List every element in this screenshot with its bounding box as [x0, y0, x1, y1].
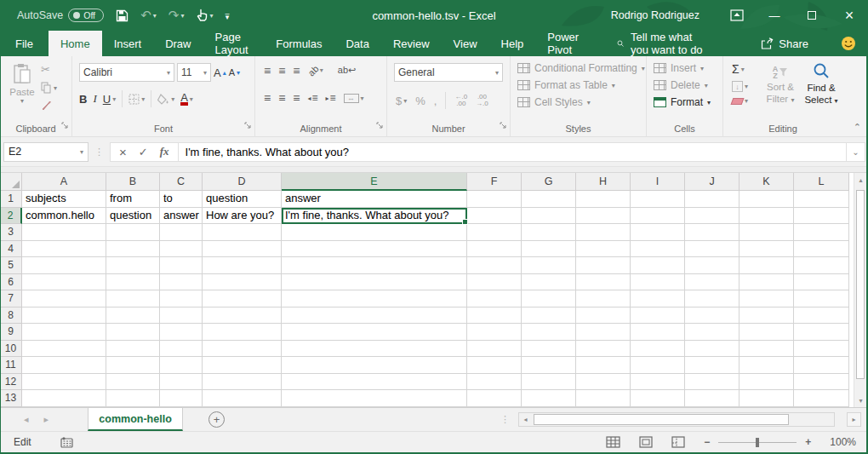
cell-F4[interactable]	[467, 241, 522, 258]
format-cells-button[interactable]: Format ▾	[654, 96, 711, 108]
scroll-up-icon[interactable]: ▴	[854, 173, 867, 187]
cell-J6[interactable]	[685, 274, 740, 291]
row-header-10[interactable]: 10	[0, 341, 22, 358]
zoom-level[interactable]: 100%	[830, 436, 856, 448]
borders-dropdown-icon[interactable]: ▾	[141, 95, 145, 103]
tab-home[interactable]: Home	[49, 31, 102, 56]
number-format-select[interactable]: General ▾	[394, 63, 503, 82]
tab-review[interactable]: Review	[381, 31, 442, 56]
cell-A4[interactable]	[22, 241, 106, 258]
format-painter-button[interactable]	[41, 100, 52, 111]
cell-F11[interactable]	[467, 357, 522, 374]
cell-E6[interactable]	[282, 274, 467, 291]
tab-file[interactable]: File	[0, 31, 49, 56]
cell-E7[interactable]	[282, 290, 467, 307]
expand-formula-bar-button[interactable]: ⌄	[847, 142, 865, 162]
tell-me-search[interactable]: Tell me what you want to do	[617, 31, 710, 56]
underline-dropdown-icon[interactable]: ▾	[112, 95, 116, 103]
cell-styles-button[interactable]: Cell Styles ▾	[517, 96, 645, 108]
tab-scroll-split-handle[interactable]: ⋮	[500, 414, 518, 425]
cell-G2[interactable]	[522, 208, 576, 225]
maximize-button[interactable]	[793, 0, 831, 31]
sheet-tab-common-hello[interactable]: common-hello	[88, 408, 183, 431]
sheet-prev-button[interactable]: ◂	[24, 414, 29, 425]
cell-J2[interactable]	[685, 208, 740, 225]
cell-L8[interactable]	[794, 307, 849, 325]
undo-button[interactable]: ↶▾	[140, 8, 157, 23]
cell-J4[interactable]	[685, 241, 740, 258]
horizontal-scroll-thumb[interactable]	[534, 414, 789, 425]
cell-D9[interactable]	[203, 324, 282, 341]
cell-C1[interactable]: to	[160, 191, 203, 208]
underline-button[interactable]: U▾	[103, 93, 116, 106]
cell-L7[interactable]	[794, 290, 849, 307]
new-sheet-button[interactable]: +	[208, 411, 225, 428]
cell-H2[interactable]	[576, 208, 631, 225]
cell-I1[interactable]	[631, 191, 685, 208]
row-header-1[interactable]: 1	[0, 191, 22, 208]
cell-L9[interactable]	[794, 324, 849, 341]
scroll-left-icon[interactable]: ◂	[519, 416, 532, 423]
collapse-ribbon-button[interactable]: ⌃	[854, 122, 861, 133]
cell-H13[interactable]	[576, 390, 631, 407]
cell-C5[interactable]	[160, 257, 203, 274]
tab-page-layout[interactable]: Page Layout	[203, 31, 265, 56]
copy-dropdown-icon[interactable]: ▾	[54, 84, 57, 92]
increase-font-size-button[interactable]: A▴	[214, 66, 226, 79]
touch-mode-dropdown-icon[interactable]: ▾	[209, 12, 213, 20]
cell-K5[interactable]	[740, 257, 794, 274]
clear-button[interactable]: ▾	[732, 97, 748, 105]
zoom-slider[interactable]	[718, 437, 797, 447]
merge-center-button[interactable]: ↔▾	[344, 94, 364, 103]
cell-D1[interactable]: question	[203, 191, 282, 208]
cell-F1[interactable]	[467, 191, 522, 208]
cell-L11[interactable]	[794, 357, 849, 374]
cell-K13[interactable]	[740, 390, 794, 407]
row-header-9[interactable]: 9	[0, 324, 22, 341]
column-header-C[interactable]: C	[160, 173, 203, 191]
tab-formulas[interactable]: Formulas	[264, 31, 334, 56]
fill-button[interactable]: ↓▾	[732, 81, 748, 92]
cell-E11[interactable]	[282, 357, 467, 374]
cell-C4[interactable]	[160, 241, 203, 258]
close-button[interactable]: ×	[831, 0, 868, 31]
formula-input[interactable]: I'm fine, thanks. What about you?	[179, 142, 847, 162]
cell-H11[interactable]	[576, 357, 631, 374]
cell-A7[interactable]	[22, 290, 106, 307]
row-header-4[interactable]: 4	[0, 241, 22, 258]
row-header-5[interactable]: 5	[0, 257, 22, 274]
redo-button[interactable]: ↷▾	[168, 8, 185, 23]
cell-D4[interactable]	[203, 241, 282, 258]
column-header-D[interactable]: D	[203, 173, 282, 191]
cell-L10[interactable]	[794, 341, 849, 358]
cell-H8[interactable]	[576, 307, 631, 325]
cell-H10[interactable]	[576, 341, 631, 358]
cell-A10[interactable]	[22, 341, 106, 358]
align-top-button[interactable]: ≡	[264, 66, 271, 76]
cell-C7[interactable]	[160, 290, 203, 307]
cell-A8[interactable]	[22, 307, 106, 325]
cancel-button[interactable]: ×	[119, 145, 127, 159]
cell-C10[interactable]	[160, 341, 203, 358]
cell-F13[interactable]	[467, 390, 522, 407]
customize-qat-button[interactable]: – ▾	[225, 12, 229, 19]
bold-button[interactable]: B	[79, 93, 87, 106]
cell-L12[interactable]	[794, 374, 849, 391]
cell-B9[interactable]	[106, 324, 160, 341]
cell-I7[interactable]	[631, 290, 685, 307]
cell-K11[interactable]	[740, 357, 794, 374]
cell-G8[interactable]	[522, 307, 576, 325]
cell-E2[interactable]: I'm fine, thanks. What about you?	[282, 208, 467, 225]
macro-record-button[interactable]	[60, 437, 73, 448]
scroll-right-button[interactable]: ▸	[847, 412, 861, 427]
font-name-select[interactable]: Calibri ▾	[79, 63, 174, 82]
cell-J9[interactable]	[685, 324, 740, 341]
autosave-toggle[interactable]: AutoSave Off	[17, 9, 104, 22]
row-header-13[interactable]: 13	[0, 390, 22, 407]
cell-C13[interactable]	[160, 390, 203, 407]
cell-A12[interactable]	[22, 374, 106, 391]
cell-I5[interactable]	[631, 257, 685, 274]
name-box[interactable]: E2 ▾	[3, 142, 89, 162]
decrease-decimal-button[interactable]: .00→.0	[476, 94, 488, 107]
cell-D8[interactable]	[203, 307, 282, 325]
